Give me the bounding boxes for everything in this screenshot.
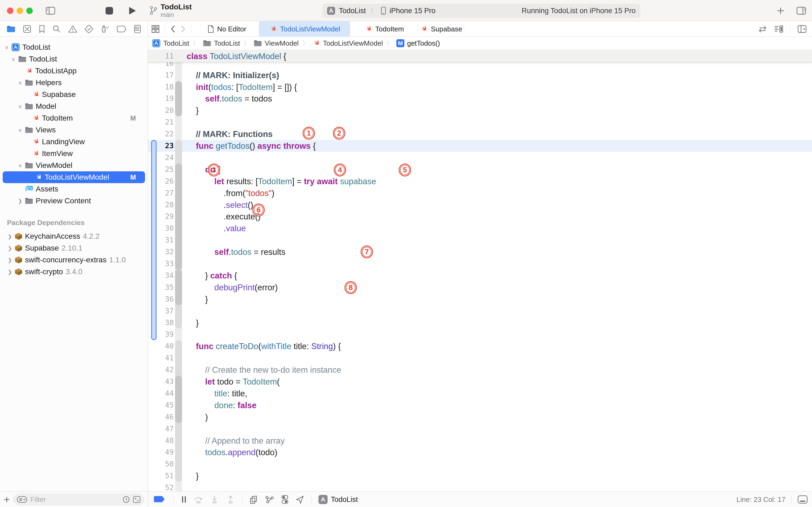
line-number[interactable]: 42 (148, 364, 174, 376)
code-line[interactable]: 30 .value (148, 222, 812, 234)
line-number[interactable]: 18 (148, 81, 174, 93)
scheme-name[interactable]: TodoList (339, 7, 366, 15)
code-line[interactable]: 52 (148, 482, 812, 492)
disclosure-chevron-icon[interactable]: ❯ (7, 269, 13, 275)
environment-overrides-icon[interactable] (281, 495, 289, 504)
line-number[interactable]: 44 (148, 388, 174, 399)
breadcrumb-item[interactable]: MgetTodos() (396, 39, 440, 48)
line-number[interactable]: 48 (148, 435, 174, 447)
disclosure-chevron-icon[interactable]: ❯ (17, 198, 23, 204)
minimap-icon[interactable] (774, 25, 783, 33)
disclosure-chevron-icon[interactable]: ❯ (7, 233, 13, 239)
line-number[interactable]: 50 (148, 458, 174, 470)
source-control-navigator-icon[interactable] (23, 25, 32, 33)
breadcrumb-item[interactable]: TodoListViewModel (312, 39, 383, 48)
code-line[interactable]: 44 title: title, (148, 388, 812, 399)
minimize-window-button[interactable] (17, 7, 23, 14)
disclosure-chevron-icon[interactable]: ∨ (17, 80, 23, 86)
breakpoints-navigator-icon[interactable] (117, 25, 126, 33)
disclosure-chevron-icon[interactable]: ∨ (10, 56, 16, 62)
tab-no-editor[interactable]: No Editor (195, 21, 259, 37)
sidebar-item-supabase[interactable]: Supabase (0, 89, 148, 101)
code-line[interactable]: 31 (148, 234, 812, 246)
memory-graph-icon[interactable] (265, 495, 274, 504)
code-line[interactable]: 17 // MARK: Initializer(s) (148, 69, 812, 81)
code-line[interactable]: 27 .from("todos") (148, 187, 812, 199)
source-editor[interactable]: 1617 // MARK: Initializer(s)18 init(todo… (148, 50, 812, 492)
toggle-navigator-icon[interactable] (46, 7, 55, 15)
view-hierarchy-icon[interactable] (249, 495, 258, 504)
tab-supabase[interactable]: Supabase (418, 21, 464, 37)
sidebar-item-viewmodel[interactable]: ∨ViewModel (0, 160, 148, 171)
tests-navigator-icon[interactable] (84, 25, 93, 33)
code-line[interactable]: 29 .execute() (148, 211, 812, 222)
code-line[interactable]: 50 (148, 458, 812, 470)
code-line[interactable]: 49 todos.append(todo) (148, 446, 812, 458)
line-number[interactable]: 49 (148, 446, 174, 458)
toggle-inspector-icon[interactable] (797, 7, 806, 15)
code-line[interactable]: 42 // Create the new to-do item instance (148, 364, 812, 376)
sidebar-item-views[interactable]: ∨Views (0, 124, 148, 136)
code-line[interactable]: 20 } (148, 105, 812, 116)
show-only-changes-icon[interactable] (133, 496, 140, 503)
tab-todolistviewmodel[interactable]: TodoListViewModel (259, 21, 350, 37)
sidebar-item-model[interactable]: ∨Model (0, 101, 148, 112)
line-number[interactable]: 46 (148, 411, 174, 423)
line-number[interactable]: 21 (148, 116, 174, 128)
line-number[interactable]: 22 (148, 128, 174, 140)
find-navigator-icon[interactable] (52, 25, 61, 33)
disclosure-chevron-icon[interactable]: ❯ (7, 257, 13, 263)
issues-navigator-icon[interactable] (68, 25, 77, 33)
sidebar-item-todolistviewmodel[interactable]: TodoListViewModelM (3, 171, 145, 183)
package-item-swift-concurrency-extras[interactable]: ❯swift-concurrency-extras1.1.0 (0, 254, 148, 266)
running-app-indicator[interactable]: A TodoList (318, 495, 358, 504)
line-number[interactable]: 52 (148, 482, 174, 492)
code-line[interactable]: 25 do { (148, 164, 812, 175)
reports-navigator-icon[interactable] (134, 25, 141, 33)
code-line[interactable]: 43 let todo = TodoItem( (148, 376, 812, 388)
fold-region[interactable] (175, 376, 182, 423)
sidebar-item-helpers[interactable]: ∨Helpers (0, 77, 148, 89)
debug-navigator-icon[interactable] (101, 25, 110, 33)
code-line[interactable]: 47 (148, 423, 812, 435)
disclosure-chevron-icon[interactable]: ∨ (17, 103, 23, 110)
sidebar-item-assets[interactable]: Assets (0, 183, 148, 195)
breadcrumb-item[interactable]: TodoList (203, 39, 240, 48)
recent-files-clock-icon[interactable] (123, 496, 130, 503)
project-navigator-icon[interactable] (6, 25, 15, 33)
code-line[interactable]: 21 (148, 116, 812, 128)
code-line[interactable]: 38 } (148, 317, 812, 329)
line-number[interactable]: 19 (148, 93, 174, 105)
code-line[interactable]: 37 (148, 305, 812, 317)
code-line[interactable]: 18 init(todos: [TodoItem] = []) { (148, 81, 812, 93)
code-folding-ribbon[interactable] (175, 50, 182, 492)
disclosure-chevron-icon[interactable]: ∨ (4, 44, 10, 51)
code-line[interactable]: 46 ) (148, 411, 812, 423)
back-button[interactable] (171, 25, 175, 33)
code-line[interactable]: 51 } (148, 470, 812, 482)
zoom-window-button[interactable] (26, 7, 33, 14)
code-line[interactable]: 48 // Append to the array (148, 435, 812, 447)
package-item-keychainaccess[interactable]: ❯KeychainAccess4.2.2 (0, 230, 148, 242)
sidebar-item-landingview[interactable]: LandingView (0, 136, 148, 148)
code-line[interactable]: 39 (148, 328, 812, 340)
code-line[interactable]: 41 (148, 352, 812, 364)
toggle-debug-area-icon[interactable] (798, 495, 808, 504)
code-line[interactable]: 40 func createToDo(withTitle title: Stri… (148, 340, 812, 352)
package-item-swift-crypto[interactable]: ❯swift-crypto3.4.0 (0, 266, 148, 278)
disclosure-chevron-icon[interactable]: ∨ (17, 163, 23, 169)
line-number[interactable]: 47 (148, 423, 174, 435)
sidebar-item-todolist[interactable]: ∨TodoList (0, 53, 148, 65)
code-line[interactable]: 33 (148, 258, 812, 270)
code-line[interactable]: 36 } (148, 293, 812, 305)
stop-button[interactable] (105, 7, 113, 15)
code-review-icon[interactable] (758, 25, 767, 33)
add-file-button[interactable]: + (0, 494, 13, 505)
navigator-filter-field[interactable]: Filter (13, 494, 144, 505)
disclosure-chevron-icon[interactable]: ❯ (7, 245, 13, 251)
code-line[interactable]: 32 self.todos = results (148, 246, 812, 258)
line-number[interactable]: 17 (148, 69, 174, 81)
code-line[interactable]: 35 debugPrint(error) (148, 281, 812, 293)
breadcrumb-item[interactable]: TodoList (152, 39, 189, 48)
scheme-selector[interactable]: A TodoList 〉 iPhone 15 Pro Running TodoL… (322, 4, 640, 18)
